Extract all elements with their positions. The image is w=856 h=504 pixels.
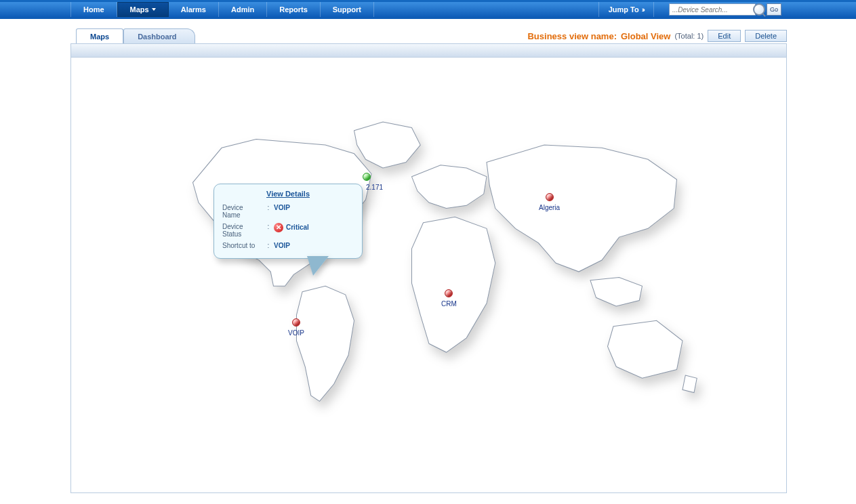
map-node-label: 2.171 [366,184,383,191]
nav-support[interactable]: Support [321,2,374,17]
tab-maps[interactable]: Maps [76,28,123,43]
tooltip-table: Device Name : VOIP Device Status : ✕Crit… [221,202,355,251]
status-dot-red-icon [292,318,300,327]
tab-dashboard[interactable]: Dashboard [123,28,195,43]
search-icon[interactable] [753,3,765,16]
map-node-label: VOIP [288,329,304,337]
nav-maps[interactable]: Maps [117,2,169,17]
map-node-label: Algeria [539,204,560,211]
chevron-down-icon [152,8,156,11]
world-map [141,113,717,424]
nav-support-label: Support [333,5,361,14]
secondary-tabs: Maps Dashboard Business view name: Globa… [70,19,787,43]
map-node-label: CRM [441,300,457,308]
status-dot-red-icon [546,193,554,201]
tab-dashboard-label: Dashboard [138,33,176,41]
nav-reports[interactable]: Reports [267,2,321,17]
edit-button[interactable]: Edit [708,30,741,42]
status-dot-red-icon [445,289,453,297]
content: Maps Dashboard Business view name: Globa… [70,19,787,493]
tooltip-val-device-name: VOIP [272,202,355,221]
top-nav: Home Maps Alarms Admin Reports Support J… [0,0,856,19]
map-panel-header [71,44,786,58]
map-panel: 2.171 VOIP CRM Algeria View Details [70,43,787,493]
nav-admin-label: Admin [231,5,254,14]
jump-to-menu[interactable]: Jump To ›› [598,2,654,17]
status-dot-green-icon [363,173,371,181]
business-view-info: Business view name: Global View (Total: … [527,30,787,42]
tooltip-key-shortcut: Shortcut to [221,240,264,251]
nav-home-label: Home [83,5,104,14]
tab-maps-label: Maps [90,33,109,41]
business-view-name: Global View [621,31,670,41]
nav-alarms[interactable]: Alarms [169,2,219,17]
tooltip-title-link[interactable]: View Details [221,190,355,198]
map-node-algeria[interactable]: Algeria [539,193,560,211]
nav-reports-label: Reports [279,5,308,14]
business-view-label: Business view name: [527,31,617,41]
tooltip-pointer-icon [308,257,328,276]
map-node-voip[interactable]: VOIP [288,318,304,337]
nav-admin[interactable]: Admin [219,2,267,17]
nav-home[interactable]: Home [70,2,117,17]
device-tooltip: View Details Device Name : VOIP Device S… [213,184,363,259]
nav-alarms-label: Alarms [181,5,206,14]
map-node-crm[interactable]: CRM [441,289,457,308]
go-button[interactable]: Go [767,3,781,16]
business-view-total: (Total: 1) [674,32,704,40]
tooltip-val-shortcut: VOIP [272,240,355,251]
double-chevron-right-icon: ›› [642,5,644,14]
critical-icon: ✕ [274,223,283,232]
tooltip-val-device-status: ✕Critical [272,221,355,240]
device-search: Go [669,3,781,16]
tooltip-key-device-name: Device Name [221,202,264,221]
jump-to-label: Jump To [609,5,639,14]
search-input[interactable] [669,3,756,16]
nav-maps-label: Maps [130,5,149,14]
delete-button[interactable]: Delete [745,30,787,42]
tooltip-key-device-status: Device Status [221,221,264,240]
map-canvas[interactable]: 2.171 VOIP CRM Algeria View Details [71,58,786,492]
